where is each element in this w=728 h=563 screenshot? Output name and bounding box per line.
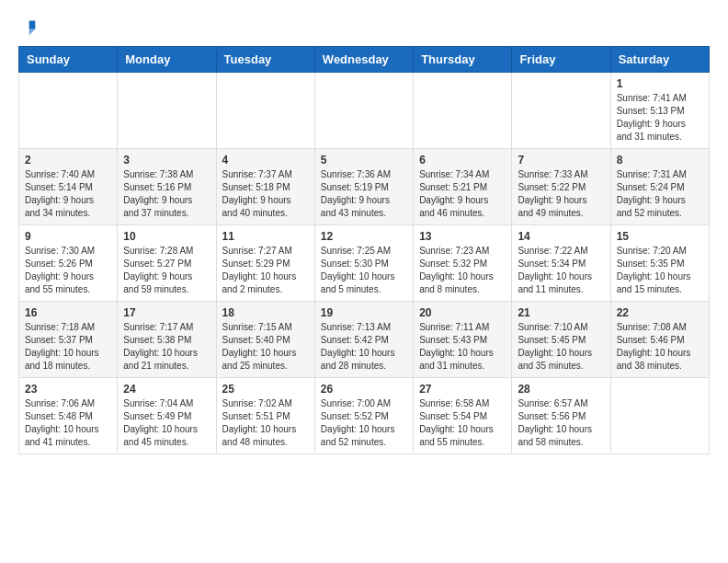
day-of-week-header: Thursday (414, 47, 512, 73)
calendar-cell (216, 73, 314, 149)
day-info: Sunrise: 7:18 AM Sunset: 5:37 PM Dayligh… (25, 321, 111, 373)
day-number: 24 (123, 383, 210, 396)
day-number: 15 (617, 230, 703, 243)
calendar-cell: 28Sunrise: 6:57 AM Sunset: 5:56 PM Dayli… (512, 378, 610, 454)
calendar-cell: 1Sunrise: 7:41 AM Sunset: 5:13 PM Daylig… (610, 73, 709, 149)
calendar-cell: 5Sunrise: 7:36 AM Sunset: 5:19 PM Daylig… (314, 149, 413, 225)
calendar-cell: 2Sunrise: 7:40 AM Sunset: 5:14 PM Daylig… (19, 149, 118, 225)
day-info: Sunrise: 7:15 AM Sunset: 5:40 PM Dayligh… (222, 321, 309, 373)
day-of-week-header: Tuesday (216, 47, 314, 73)
calendar-week-row: 1Sunrise: 7:41 AM Sunset: 5:13 PM Daylig… (19, 73, 710, 149)
calendar-header-row: SundayMondayTuesdayWednesdayThursdayFrid… (19, 47, 710, 73)
calendar-cell: 25Sunrise: 7:02 AM Sunset: 5:51 PM Dayli… (216, 378, 314, 454)
calendar-cell: 13Sunrise: 7:23 AM Sunset: 5:32 PM Dayli… (414, 225, 512, 302)
day-number: 7 (518, 154, 604, 167)
day-info: Sunrise: 7:25 AM Sunset: 5:30 PM Dayligh… (321, 245, 407, 296)
day-info: Sunrise: 7:38 AM Sunset: 5:16 PM Dayligh… (123, 168, 210, 220)
day-info: Sunrise: 7:22 AM Sunset: 5:34 PM Dayligh… (518, 245, 604, 296)
day-info: Sunrise: 7:28 AM Sunset: 5:27 PM Dayligh… (123, 245, 210, 296)
day-info: Sunrise: 7:02 AM Sunset: 5:51 PM Dayligh… (222, 397, 309, 449)
day-info: Sunrise: 7:04 AM Sunset: 5:49 PM Dayligh… (123, 397, 210, 449)
day-info: Sunrise: 6:57 AM Sunset: 5:56 PM Dayligh… (518, 397, 604, 449)
day-of-week-header: Sunday (19, 47, 118, 73)
day-info: Sunrise: 7:27 AM Sunset: 5:29 PM Dayligh… (222, 245, 309, 296)
day-number: 17 (123, 306, 210, 319)
calendar-cell: 4Sunrise: 7:37 AM Sunset: 5:18 PM Daylig… (216, 149, 314, 225)
day-number: 14 (518, 230, 604, 243)
svg-marker-0 (29, 21, 36, 29)
calendar-week-row: 9Sunrise: 7:30 AM Sunset: 5:26 PM Daylig… (19, 225, 710, 302)
day-number: 16 (25, 306, 111, 319)
calendar-cell: 27Sunrise: 6:58 AM Sunset: 5:54 PM Dayli… (414, 378, 512, 454)
day-info: Sunrise: 7:13 AM Sunset: 5:42 PM Dayligh… (321, 321, 407, 373)
day-of-week-header: Friday (512, 47, 610, 73)
calendar-cell (314, 73, 413, 149)
day-number: 10 (123, 230, 210, 243)
day-info: Sunrise: 7:30 AM Sunset: 5:26 PM Dayligh… (25, 245, 111, 296)
day-info: Sunrise: 7:00 AM Sunset: 5:52 PM Dayligh… (321, 397, 407, 449)
calendar-cell: 15Sunrise: 7:20 AM Sunset: 5:35 PM Dayli… (610, 225, 709, 302)
day-number: 21 (518, 306, 604, 319)
day-number: 26 (321, 383, 407, 396)
calendar-table: SundayMondayTuesdayWednesdayThursdayFrid… (18, 46, 710, 454)
calendar-cell (118, 73, 216, 149)
calendar-cell: 3Sunrise: 7:38 AM Sunset: 5:16 PM Daylig… (118, 149, 216, 225)
day-info: Sunrise: 7:10 AM Sunset: 5:45 PM Dayligh… (518, 321, 604, 373)
day-number: 20 (419, 306, 506, 319)
day-info: Sunrise: 7:37 AM Sunset: 5:18 PM Dayligh… (222, 168, 309, 220)
calendar-cell: 12Sunrise: 7:25 AM Sunset: 5:30 PM Dayli… (314, 225, 413, 302)
day-number: 23 (25, 383, 111, 396)
day-number: 3 (123, 154, 210, 167)
calendar-cell: 8Sunrise: 7:31 AM Sunset: 5:24 PM Daylig… (610, 149, 709, 225)
calendar-cell: 9Sunrise: 7:30 AM Sunset: 5:26 PM Daylig… (19, 225, 118, 302)
day-number: 27 (419, 383, 506, 396)
calendar-cell (414, 73, 512, 149)
day-of-week-header: Monday (118, 47, 216, 73)
day-number: 13 (419, 230, 506, 243)
day-info: Sunrise: 7:08 AM Sunset: 5:46 PM Dayligh… (617, 321, 703, 373)
day-of-week-header: Wednesday (314, 47, 413, 73)
day-info: Sunrise: 7:11 AM Sunset: 5:43 PM Dayligh… (419, 321, 506, 373)
day-info: Sunrise: 7:34 AM Sunset: 5:21 PM Dayligh… (419, 168, 506, 220)
day-number: 4 (222, 154, 309, 167)
calendar-cell (610, 378, 709, 454)
calendar-cell: 6Sunrise: 7:34 AM Sunset: 5:21 PM Daylig… (414, 149, 512, 225)
calendar-cell: 14Sunrise: 7:22 AM Sunset: 5:34 PM Dayli… (512, 225, 610, 302)
page-header (18, 18, 710, 37)
day-number: 11 (222, 230, 309, 243)
day-info: Sunrise: 6:58 AM Sunset: 5:54 PM Dayligh… (419, 397, 506, 449)
day-number: 28 (518, 383, 604, 396)
svg-marker-1 (29, 29, 36, 36)
day-number: 25 (222, 383, 309, 396)
day-info: Sunrise: 7:20 AM Sunset: 5:35 PM Dayligh… (617, 245, 703, 296)
calendar-cell: 20Sunrise: 7:11 AM Sunset: 5:43 PM Dayli… (414, 302, 512, 378)
day-number: 19 (321, 306, 407, 319)
calendar-week-row: 16Sunrise: 7:18 AM Sunset: 5:37 PM Dayli… (19, 302, 710, 378)
calendar-cell: 26Sunrise: 7:00 AM Sunset: 5:52 PM Dayli… (314, 378, 413, 454)
calendar-cell: 16Sunrise: 7:18 AM Sunset: 5:37 PM Dayli… (19, 302, 118, 378)
calendar-cell: 21Sunrise: 7:10 AM Sunset: 5:45 PM Dayli… (512, 302, 610, 378)
day-number: 12 (321, 230, 407, 243)
calendar-cell: 23Sunrise: 7:06 AM Sunset: 5:48 PM Dayli… (19, 378, 118, 454)
calendar-cell: 11Sunrise: 7:27 AM Sunset: 5:29 PM Dayli… (216, 225, 314, 302)
day-info: Sunrise: 7:17 AM Sunset: 5:38 PM Dayligh… (123, 321, 210, 373)
day-number: 5 (321, 154, 407, 167)
day-info: Sunrise: 7:06 AM Sunset: 5:48 PM Dayligh… (25, 397, 111, 449)
calendar-cell (19, 73, 118, 149)
day-number: 1 (617, 77, 703, 90)
calendar-cell (512, 73, 610, 149)
day-number: 2 (25, 154, 111, 167)
day-info: Sunrise: 7:41 AM Sunset: 5:13 PM Dayligh… (617, 92, 703, 144)
day-number: 9 (25, 230, 111, 243)
calendar-week-row: 2Sunrise: 7:40 AM Sunset: 5:14 PM Daylig… (19, 149, 710, 225)
calendar-cell: 24Sunrise: 7:04 AM Sunset: 5:49 PM Dayli… (118, 378, 216, 454)
day-of-week-header: Saturday (610, 47, 709, 73)
day-info: Sunrise: 7:36 AM Sunset: 5:19 PM Dayligh… (321, 168, 407, 220)
logo (18, 18, 40, 37)
day-number: 22 (617, 306, 703, 319)
day-number: 8 (617, 154, 703, 167)
calendar-cell: 22Sunrise: 7:08 AM Sunset: 5:46 PM Dayli… (610, 302, 709, 378)
calendar-cell: 17Sunrise: 7:17 AM Sunset: 5:38 PM Dayli… (118, 302, 216, 378)
day-info: Sunrise: 7:40 AM Sunset: 5:14 PM Dayligh… (25, 168, 111, 220)
day-number: 18 (222, 306, 309, 319)
